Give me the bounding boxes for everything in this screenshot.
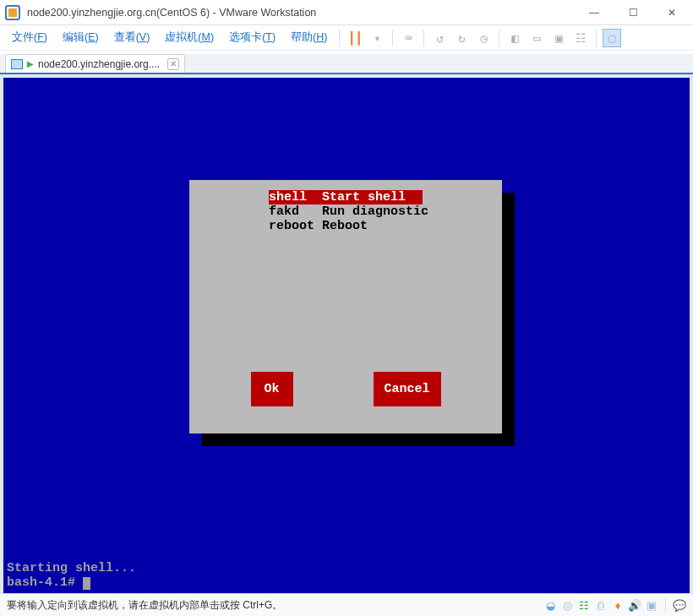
- menu-bar: 文件(F) 编辑(E) 查看(V) 虚拟机(M) 选项卡(T) 帮助(H) ┃┃…: [0, 25, 693, 51]
- usb-icon[interactable]: ♦: [611, 598, 625, 612]
- ok-button[interactable]: Ok: [251, 372, 293, 406]
- cd-icon[interactable]: ◎: [560, 598, 574, 612]
- menu-view[interactable]: 查看(V): [107, 27, 157, 48]
- status-hint: 要将输入定向到该虚拟机，请在虚拟机内部单击或按 Ctrl+G。: [7, 598, 282, 613]
- menu-option-reboot[interactable]: reboot Reboot: [269, 219, 490, 233]
- unity-icon[interactable]: ▣: [549, 29, 568, 47]
- rescue-menu[interactable]: shell Start shell fakd Run diagnostic re…: [269, 190, 490, 233]
- pause-icon[interactable]: ┃┃: [346, 29, 364, 47]
- toolbar-separator: [423, 30, 424, 46]
- menu-tabs[interactable]: 选项卡(T): [222, 27, 282, 48]
- display-icon[interactable]: ▣: [645, 598, 658, 612]
- console-container: shell Start shell fakd Run diagnostic re…: [0, 74, 693, 593]
- vm-console[interactable]: shell Start shell fakd Run diagnostic re…: [3, 78, 690, 593]
- hdd-icon[interactable]: ◒: [543, 598, 557, 612]
- cursor-icon: [83, 577, 90, 590]
- monitor-icon: [11, 59, 23, 69]
- menu-file[interactable]: 文件(F): [5, 27, 54, 48]
- minimize-button[interactable]: —: [575, 0, 614, 25]
- menu-option-fakd[interactable]: fakd Run diagnostic: [269, 204, 490, 219]
- toolbar-separator: [499, 30, 499, 46]
- terminal-output: Starting shell... bash-4.1#: [7, 561, 136, 590]
- menu-edit[interactable]: 编辑(E): [56, 27, 106, 48]
- message-icon[interactable]: 💬: [673, 598, 686, 612]
- cancel-button-shadow: Cancel: [374, 372, 441, 406]
- toolbar-separator: [392, 30, 393, 46]
- status-bar: 要将输入定向到该虚拟机，请在虚拟机内部单击或按 Ctrl+G。 ◒ ◎ ☷ ⎙ …: [0, 593, 693, 616]
- window-title-bar: node200.yinzhengjie.org.cn(CentOS 6) - V…: [0, 0, 693, 25]
- snapshot-manage-icon[interactable]: ◷: [474, 29, 493, 47]
- fullscreen-icon[interactable]: ▢: [603, 29, 621, 47]
- rescue-dialog: shell Start shell fakd Run diagnostic re…: [189, 180, 502, 433]
- status-separator: [665, 598, 666, 612]
- window-title: node200.yinzhengjie.org.cn(CentOS 6) - V…: [27, 7, 575, 19]
- device-status-icons: ◒ ◎ ☷ ⎙ ♦ 🔊 ▣ 💬: [543, 598, 686, 612]
- fit-guest-icon[interactable]: ▭: [527, 29, 546, 47]
- close-button[interactable]: ✕: [652, 0, 691, 25]
- library-icon[interactable]: ☷: [571, 29, 590, 47]
- snapshot-back-icon[interactable]: ↺: [430, 29, 449, 47]
- vm-tab-active[interactable]: ▶ node200.yinzhengjie.org.... ✕: [5, 54, 185, 73]
- menu-option-shell[interactable]: shell Start shell: [269, 190, 423, 204]
- play-icon: ▶: [27, 59, 34, 68]
- vm-tabbar: ▶ node200.yinzhengjie.org.... ✕: [0, 54, 693, 74]
- dropdown-icon[interactable]: ▾: [368, 29, 386, 47]
- vm-tab-label: node200.yinzhengjie.org....: [38, 58, 160, 70]
- vmware-logo-icon: [5, 5, 20, 20]
- toolbar-separator: [596, 30, 597, 46]
- menu-vm[interactable]: 虚拟机(M): [158, 27, 221, 48]
- snapshot-fwd-icon[interactable]: ↻: [452, 29, 471, 47]
- network-icon[interactable]: ☷: [577, 598, 591, 612]
- maximize-button[interactable]: ☐: [614, 0, 652, 25]
- tab-close-button[interactable]: ✕: [167, 58, 179, 70]
- cancel-button[interactable]: Cancel: [374, 372, 441, 406]
- printer-icon[interactable]: ⎙: [594, 598, 608, 612]
- menu-help[interactable]: 帮助(H): [284, 27, 334, 48]
- send-ctrlaltdel-icon[interactable]: ⌨: [399, 29, 417, 47]
- menu-separator: [339, 30, 340, 46]
- ok-button-shadow: Ok: [251, 372, 293, 406]
- fit-window-icon[interactable]: ◧: [505, 29, 524, 47]
- sound-icon[interactable]: 🔊: [628, 598, 641, 612]
